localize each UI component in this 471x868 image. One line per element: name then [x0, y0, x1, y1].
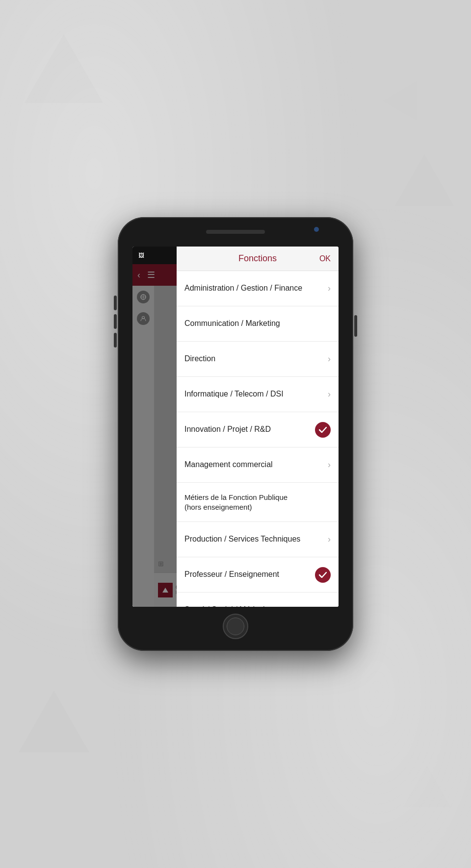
- list-item[interactable]: Administration / Gestion / Finance ›: [177, 271, 339, 306]
- item-label: Innovation / Projet / R&D: [184, 424, 315, 435]
- item-label: Informatique / Telecom / DSI: [184, 389, 328, 399]
- check-icon: [315, 422, 331, 438]
- item-label: Administration / Gestion / Finance: [184, 283, 328, 294]
- chevron-right-icon: ›: [328, 283, 331, 294]
- modal-list: Administration / Gestion / Finance › Com…: [177, 271, 339, 607]
- home-button[interactable]: [223, 614, 248, 639]
- check-icon: [315, 567, 331, 583]
- modal-header: Fonctions OK: [177, 247, 339, 271]
- svg-marker-1: [395, 154, 454, 206]
- list-item[interactable]: Production / Services Techniques ›: [177, 522, 339, 557]
- phone-top: [118, 217, 353, 247]
- phone-bottom: [118, 607, 353, 646]
- phone-screen: 🖼 🔊: [132, 247, 339, 607]
- front-camera: [314, 227, 319, 232]
- svg-marker-4: [383, 74, 432, 121]
- volume-buttons: [114, 296, 117, 347]
- chevron-right-icon: ›: [328, 389, 331, 399]
- item-label: Métiers de la Fonction Publique(hors ens…: [184, 493, 331, 512]
- svg-marker-0: [25, 34, 103, 103]
- power-button: [354, 315, 357, 337]
- phone-frame: 🖼 🔊: [118, 217, 353, 651]
- modal-overlay-left: [132, 264, 177, 607]
- item-label: Direction: [184, 354, 328, 364]
- list-item[interactable]: Communication / Marketing: [177, 306, 339, 342]
- list-item[interactable]: Informatique / Telecom / DSI ›: [177, 377, 339, 412]
- chevron-right-icon: ›: [328, 460, 331, 470]
- item-label: Communication / Marketing: [184, 319, 331, 329]
- list-item[interactable]: Professeur / Enseignement: [177, 557, 339, 593]
- chevron-right-icon: ›: [328, 354, 331, 364]
- svg-marker-2: [19, 691, 89, 752]
- list-item[interactable]: Métiers de la Fonction Publique(hors ens…: [177, 483, 339, 522]
- modal-container: Fonctions OK Administration / Gestion / …: [177, 247, 339, 607]
- chevron-right-icon: ›: [328, 534, 331, 545]
- item-label: Santé / Social / Médecine: [184, 605, 331, 607]
- screenshot-icon: 🖼: [138, 252, 144, 259]
- list-item[interactable]: Innovation / Projet / R&D: [177, 412, 339, 447]
- item-label: Production / Services Techniques: [184, 534, 328, 545]
- list-item[interactable]: Santé / Social / Médecine: [177, 593, 339, 607]
- list-item[interactable]: Direction ›: [177, 342, 339, 377]
- ok-button[interactable]: OK: [316, 254, 331, 263]
- speaker-grill: [206, 230, 265, 234]
- item-label: Management commercial: [184, 460, 328, 470]
- modal-title: Fonctions: [199, 253, 316, 264]
- list-item[interactable]: Management commercial ›: [177, 447, 339, 483]
- item-label: Professeur / Enseignement: [184, 570, 315, 580]
- svg-marker-3: [403, 766, 450, 807]
